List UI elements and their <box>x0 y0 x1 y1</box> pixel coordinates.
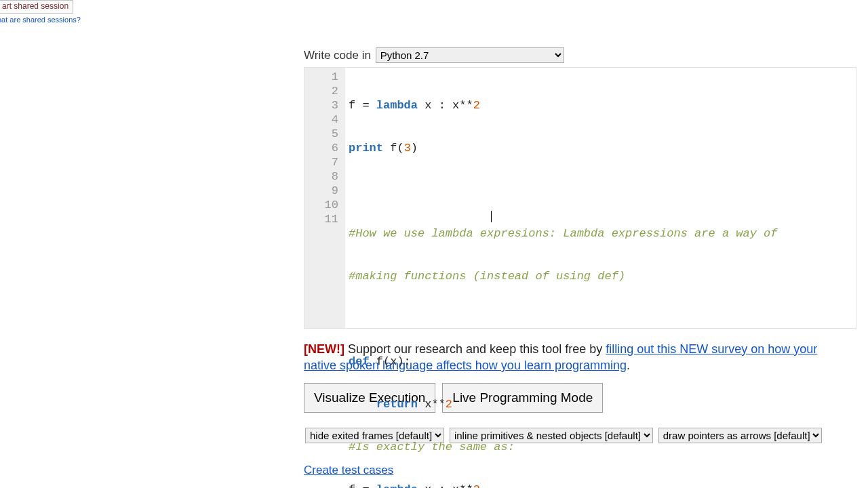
start-shared-session-button[interactable]: art shared session <box>0 0 73 14</box>
shared-sessions-help-link[interactable]: hat are shared sessions? <box>0 16 81 24</box>
new-badge: [NEW!] <box>304 342 344 356</box>
language-select-label: Write code in <box>304 49 371 62</box>
text-cursor-2 <box>491 211 492 222</box>
language-select[interactable]: Python 2.7Python 3.6JavaJavaScriptCC++ <box>376 47 564 63</box>
line-gutter: 123456 7891011 <box>304 68 345 328</box>
code-editor[interactable]: 123456 7891011 f = lambda x : x**2 print… <box>304 67 856 329</box>
code-area[interactable]: f = lambda x : x**2 print f(3) #How we u… <box>345 68 856 328</box>
